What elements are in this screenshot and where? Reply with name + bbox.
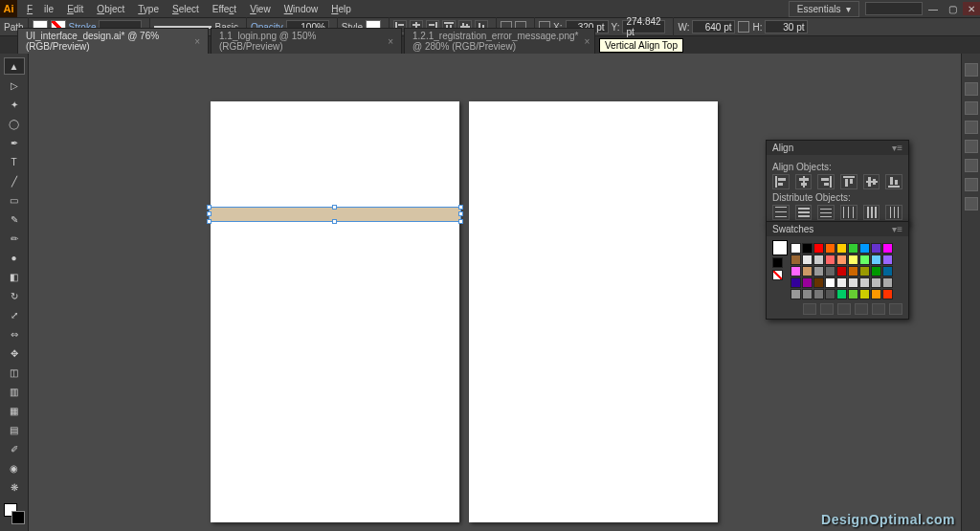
graphic-styles-panel-icon[interactable]	[965, 178, 978, 191]
swatch[interactable]	[848, 289, 858, 299]
align-left-button[interactable]	[772, 174, 790, 189]
blob-brush-tool[interactable]: ●	[4, 249, 25, 266]
delete-swatch-icon[interactable]	[889, 303, 902, 315]
swatch[interactable]	[848, 266, 858, 277]
swatch[interactable]	[836, 266, 847, 277]
panel-menu-icon[interactable]: ▾≡	[892, 224, 902, 234]
swatch[interactable]	[791, 277, 801, 288]
swatches-panel[interactable]: Swatches▾≡	[766, 221, 909, 320]
swatch[interactable]	[813, 266, 824, 277]
document-tab[interactable]: 1.1_login.png @ 150% (RGB/Preview)×	[211, 28, 402, 54]
swatch-kind-icon[interactable]	[820, 303, 834, 315]
align-hcenter-button[interactable]	[795, 174, 813, 189]
new-swatch-icon[interactable]	[872, 303, 885, 315]
swatch[interactable]	[859, 266, 870, 277]
swatch[interactable]	[836, 254, 847, 265]
menu-effect[interactable]: Effect	[207, 2, 242, 16]
h-input[interactable]: 30 pt	[765, 20, 808, 33]
swatch[interactable]	[813, 277, 824, 288]
distribute-left-button[interactable]	[840, 205, 858, 220]
shape-builder-tool[interactable]: ◫	[4, 364, 25, 381]
registration-swatch-icon[interactable]	[772, 270, 783, 280]
align-panel[interactable]: Align▾≡ Align Objects: Distribute Object…	[766, 140, 909, 225]
swatch[interactable]	[859, 243, 870, 254]
eraser-tool[interactable]: ◧	[4, 268, 25, 285]
free-transform-tool[interactable]: ✥	[4, 344, 25, 362]
pen-tool[interactable]: ✒	[4, 134, 25, 151]
swatch[interactable]	[882, 243, 893, 254]
distribute-hcenter-button[interactable]	[863, 205, 880, 220]
close-tab-icon[interactable]: ×	[194, 36, 200, 47]
lasso-tool[interactable]: ◯	[4, 115, 25, 132]
swatch[interactable]	[871, 243, 881, 254]
menu-type[interactable]: Type	[132, 2, 165, 16]
swatch[interactable]	[871, 254, 881, 265]
menu-edit[interactable]: Edit	[61, 2, 89, 16]
selection-tool[interactable]: ▲	[4, 57, 25, 75]
swatch[interactable]	[802, 277, 813, 288]
menu-object[interactable]: Object	[91, 2, 130, 16]
canvas-viewport[interactable]: Align▾≡ Align Objects: Distribute Object…	[29, 54, 961, 531]
swatch[interactable]	[848, 277, 858, 288]
align-top-button[interactable]	[840, 174, 858, 189]
distribute-top-button[interactable]	[772, 205, 790, 220]
swatch[interactable]	[802, 289, 813, 299]
swatch[interactable]	[871, 277, 881, 288]
none-swatch-icon[interactable]	[772, 257, 783, 268]
minimize-button[interactable]: —	[924, 2, 942, 15]
eyedropper-tool[interactable]: ✐	[4, 440, 25, 457]
swatch[interactable]	[791, 243, 801, 254]
swatch[interactable]	[825, 243, 835, 254]
perspective-tool[interactable]: ▥	[4, 383, 25, 400]
menu-window[interactable]: Window	[278, 2, 324, 16]
menu-help[interactable]: Help	[325, 2, 357, 16]
close-tab-icon[interactable]: ×	[388, 36, 393, 47]
symbol-sprayer-tool[interactable]: ❋	[4, 478, 25, 496]
layers-panel-icon[interactable]	[965, 197, 978, 210]
paintbrush-tool[interactable]: ✎	[4, 210, 25, 228]
direct-selection-tool[interactable]: ▷	[4, 77, 25, 94]
stroke-panel-icon[interactable]	[965, 101, 978, 115]
swatch[interactable]	[802, 243, 813, 254]
align-vcenter-button[interactable]	[863, 174, 880, 189]
swatch[interactable]	[791, 266, 801, 277]
swatch[interactable]	[825, 266, 835, 277]
gradient-tool[interactable]: ▤	[4, 421, 25, 438]
type-tool[interactable]: T	[4, 153, 25, 170]
swatch[interactable]	[848, 254, 858, 265]
swatch[interactable]	[871, 266, 881, 277]
swatch[interactable]	[802, 266, 813, 277]
swatch[interactable]	[813, 289, 824, 299]
swatch[interactable]	[836, 277, 847, 288]
swatch[interactable]	[813, 243, 824, 254]
document-tab[interactable]: UI_interface_design.ai* @ 76% (RGB/Previ…	[17, 28, 209, 54]
link-wh-icon[interactable]	[738, 21, 749, 33]
panel-title[interactable]: Align▾≡	[767, 141, 908, 155]
swatch[interactable]	[859, 277, 870, 288]
align-right-button[interactable]	[817, 174, 835, 189]
y-input[interactable]: 274.842 pt	[622, 20, 665, 33]
new-group-icon[interactable]	[855, 303, 868, 315]
current-swatch-icon[interactable]	[772, 240, 788, 255]
document-tab[interactable]: 1.2.1_registration_error_message.png* @ …	[404, 28, 595, 54]
swatch[interactable]	[882, 254, 893, 265]
swatch[interactable]	[871, 289, 881, 299]
swatch-libraries-icon[interactable]	[803, 303, 816, 315]
line-tool[interactable]: ╱	[4, 172, 25, 189]
swatch[interactable]	[848, 243, 858, 254]
swatch-options-icon[interactable]	[837, 303, 851, 315]
swatch[interactable]	[791, 254, 801, 265]
blend-tool[interactable]: ◉	[4, 459, 25, 476]
rotate-tool[interactable]: ↻	[4, 287, 25, 304]
swatch[interactable]	[859, 289, 870, 299]
close-tab-icon[interactable]: ×	[584, 36, 590, 47]
workspace-switcher[interactable]: Essentials ▾	[789, 1, 859, 17]
swatch[interactable]	[882, 289, 893, 299]
menu-select[interactable]: Select	[167, 2, 205, 16]
swatch[interactable]	[882, 277, 893, 288]
fill-stroke-indicator[interactable]	[4, 503, 25, 524]
panel-title[interactable]: Swatches▾≡	[767, 222, 908, 236]
distribute-right-button[interactable]	[885, 205, 902, 220]
swatch[interactable]	[882, 266, 893, 277]
w-input[interactable]: 640 pt	[692, 20, 735, 33]
